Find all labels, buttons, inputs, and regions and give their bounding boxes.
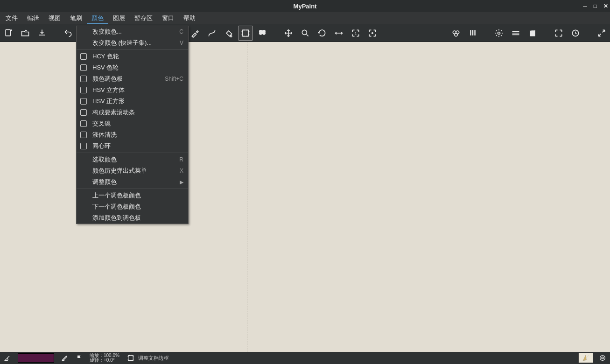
move-icon[interactable] (281, 26, 296, 41)
svg-point-3 (302, 30, 307, 35)
maximize-button[interactable]: □ (594, 3, 597, 9)
checkbox-icon (80, 98, 87, 105)
svg-rect-9 (470, 30, 471, 35)
butterfly-icon[interactable] (255, 26, 270, 41)
svg-point-5 (372, 32, 373, 34)
brushes-icon[interactable] (465, 26, 480, 41)
checkbox-icon (80, 120, 87, 127)
checkbox-icon (80, 132, 87, 138)
expand-icon[interactable] (594, 26, 609, 41)
history-icon[interactable] (568, 26, 583, 41)
open-file-icon[interactable] (18, 26, 33, 41)
menu-separator (77, 49, 188, 50)
menu-add-to-palette[interactable]: 添加颜色到调色板 (77, 212, 188, 224)
checkbox-icon (80, 143, 87, 149)
menu-hsv-wheel[interactable]: HSV 色轮 (77, 62, 188, 73)
center-icon[interactable] (365, 26, 380, 41)
layers-icon[interactable] (508, 26, 523, 41)
flip-h-icon[interactable] (331, 26, 346, 41)
status-mode-text: 调整文档边框 (138, 355, 169, 362)
checkbox-icon (80, 64, 87, 71)
menu-file[interactable]: 文件 (1, 12, 22, 24)
svg-rect-2 (242, 30, 248, 36)
window-controls: ─ □ ✕ (583, 3, 608, 9)
menu-concentric[interactable]: 同心环 (77, 140, 188, 152)
menu-prev-palette[interactable]: 上一个调色板颜色 (77, 190, 188, 201)
svg-text:1: 1 (355, 31, 357, 35)
menu-color[interactable]: 颜色 (87, 12, 108, 24)
menu-brush[interactable]: 笔刷 (65, 12, 87, 24)
menu-next-palette[interactable]: 下一个调色板颜色 (77, 201, 188, 212)
edit-icon[interactable] (59, 352, 70, 364)
color-menu-dropdown: 改变颜色...C 改变颜色 (快速子集)...V HCY 色轮 HSV 色轮 颜… (76, 26, 189, 224)
menu-liquid-wash[interactable]: 液体清洗 (77, 129, 188, 140)
menu-components[interactable]: 构成要素滚动条 (77, 107, 188, 118)
menubar: 文件编辑视图笔刷颜色图层暂存区窗口帮助 (0, 12, 610, 24)
scratchpad-icon[interactable] (525, 26, 540, 41)
frame-icon[interactable] (238, 26, 253, 41)
checkbox-icon (80, 109, 87, 116)
close-button[interactable]: ✕ (603, 3, 608, 9)
menu-separator (77, 153, 188, 153)
menu-pick-color[interactable]: 选取颜色R (77, 154, 188, 165)
menu-history-popup[interactable]: 颜色历史弹出式菜单X (77, 165, 188, 176)
svg-point-17 (600, 356, 605, 361)
menu-adjust-color[interactable]: 调整颜色▶ (77, 176, 188, 188)
svg-rect-10 (472, 30, 474, 35)
color-swatch[interactable] (18, 353, 54, 363)
menu-help[interactable]: 帮助 (179, 12, 200, 24)
flag-icon[interactable] (74, 352, 85, 364)
zoom-icon[interactable] (298, 26, 313, 41)
undo-icon[interactable] (61, 26, 76, 41)
menu-layer[interactable]: 图层 (108, 12, 130, 24)
brush-tool-icon[interactable] (2, 352, 13, 364)
menu-hcy-wheel[interactable]: HCY 色轮 (77, 51, 188, 62)
menu-palette[interactable]: 颜色调色板Shift+C (77, 73, 188, 84)
menu-hsv-cube[interactable]: HSV 立方体 (77, 84, 188, 96)
menu-cross-bowl[interactable]: 交叉碗 (77, 118, 188, 129)
menu-edit[interactable]: 编辑 (22, 12, 44, 24)
status-mode: 调整文档边框 (127, 354, 169, 362)
frame-icon (127, 354, 134, 362)
menu-hsv-square[interactable]: HSV 正方形 (77, 96, 188, 107)
options-icon[interactable] (597, 352, 608, 364)
checkbox-icon (80, 76, 87, 82)
brush-preview[interactable] (578, 353, 593, 363)
chevron-right-icon: ▶ (180, 179, 183, 185)
fullscreen-icon[interactable] (551, 26, 566, 41)
titlebar: MyPaint ─ □ ✕ (0, 0, 610, 12)
settings-icon[interactable] (491, 26, 506, 41)
svg-rect-0 (6, 29, 10, 35)
fill-icon[interactable] (221, 26, 236, 41)
window-title: MyPaint (294, 3, 317, 10)
menu-separator (77, 189, 188, 189)
svg-point-8 (455, 33, 458, 36)
svg-point-16 (602, 357, 603, 359)
rotate-icon[interactable] (315, 26, 330, 41)
statusbar: 缩放：100.0% 旋转：+0.0° 调整文档边框 (0, 352, 610, 364)
menu-change-color-quick[interactable]: 改变颜色 (快速子集)...V (77, 37, 188, 49)
save-file-icon[interactable] (35, 26, 49, 41)
svg-rect-15 (128, 356, 133, 361)
menu-scratch[interactable]: 暂存区 (130, 12, 157, 24)
curve-icon[interactable] (204, 26, 219, 41)
frame-edge (247, 42, 247, 352)
picker-icon[interactable] (188, 26, 203, 41)
minimize-button[interactable]: ─ (583, 3, 587, 9)
color-wheel-icon[interactable] (449, 26, 463, 41)
svg-rect-11 (474, 30, 476, 35)
svg-point-12 (498, 32, 500, 34)
status-info: 缩放：100.0% 旋转：+0.0° (90, 353, 119, 363)
menu-change-color[interactable]: 改变颜色...C (77, 26, 188, 37)
menu-window[interactable]: 窗口 (157, 12, 179, 24)
new-file-icon[interactable] (1, 26, 16, 41)
checkbox-icon (80, 87, 87, 93)
checkbox-icon (80, 53, 87, 60)
fit-icon[interactable]: 1 (348, 26, 363, 41)
svg-rect-13 (530, 30, 535, 36)
menu-view[interactable]: 视图 (44, 12, 65, 24)
